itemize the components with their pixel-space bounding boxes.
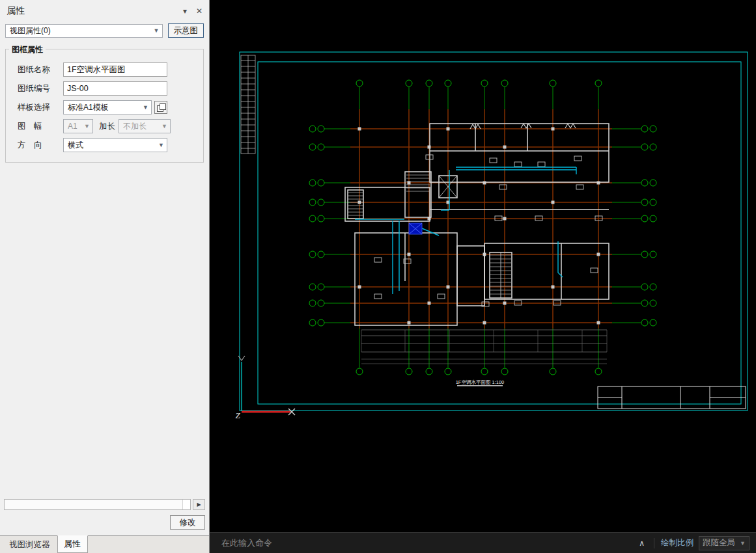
- sheet-size-value: A1: [68, 122, 77, 131]
- view-properties-value: 视图属性(0): [10, 25, 51, 36]
- view-properties-dropdown[interactable]: 视图属性(0) ▼: [5, 24, 163, 38]
- view-selector-row: 视图属性(0) ▼ 示意图: [0, 22, 209, 40]
- plan-title-text: 1F空调水平面图 1:100: [456, 379, 505, 385]
- sheet-name-label: 图纸名称: [11, 64, 63, 75]
- scrollbar-thumb[interactable]: [5, 500, 183, 509]
- template-dropdown[interactable]: 标准A1模板 ▼: [63, 100, 152, 115]
- modify-button[interactable]: 修改: [170, 515, 205, 530]
- orientation-label: 方 向: [11, 140, 63, 151]
- extend-label: 加长: [99, 121, 115, 132]
- horizontal-scrollbar[interactable]: ▶: [4, 499, 205, 510]
- double-door-icon: [521, 124, 531, 128]
- ucs-z-label: Z: [235, 411, 240, 420]
- sheet-size-dropdown[interactable]: A1 ▼: [63, 119, 93, 133]
- template-value: 标准A1模板: [68, 102, 109, 113]
- orientation-row: 方 向 横式 ▼: [11, 138, 198, 152]
- template-row: 样板选择 标准A1模板 ▼: [11, 100, 198, 115]
- title-block: [598, 386, 746, 409]
- panel-tabs: 视图浏览器 属性: [0, 535, 209, 553]
- canopy-dimension-lines: [361, 330, 607, 364]
- draw-scale-dropdown[interactable]: 跟随全局 ▼: [699, 536, 749, 550]
- group-title: 图框属性: [9, 44, 46, 55]
- tab-view-browser[interactable]: 视图浏览器: [2, 536, 57, 553]
- panel-title: 属性: [7, 5, 174, 17]
- scrollbar-track[interactable]: [4, 499, 191, 510]
- chevron-down-icon: ▼: [161, 123, 167, 129]
- chevron-down-icon: ▼: [143, 104, 148, 111]
- schematic-button[interactable]: 示意图: [168, 23, 204, 38]
- chevron-down-icon: ▼: [158, 142, 164, 148]
- command-input[interactable]: [210, 538, 630, 548]
- modify-row: 修改: [0, 513, 209, 535]
- chevron-down-icon: ▼: [740, 540, 746, 546]
- right-column: 1F空调水平面图 1:100 Z: [210, 0, 756, 553]
- drawing-frame: [240, 52, 748, 411]
- double-door-icon: [565, 124, 576, 128]
- panel-spacer: [0, 163, 209, 499]
- tab-properties[interactable]: 属性: [57, 535, 88, 553]
- sheet-number-label: 图纸编号: [11, 83, 63, 94]
- chevron-down-icon: ▼: [154, 27, 160, 34]
- water-pipes: [355, 167, 576, 294]
- draw-scale-label: 绘制比例: [661, 537, 693, 548]
- orientation-dropdown[interactable]: 横式 ▼: [63, 138, 167, 152]
- draw-scale-value: 跟随全局: [703, 537, 735, 548]
- template-label: 样板选择: [11, 102, 63, 113]
- scroll-right-icon[interactable]: ▶: [193, 499, 205, 510]
- sheet-number-row: 图纸编号: [11, 81, 198, 96]
- orientation-value: 横式: [68, 140, 83, 151]
- sheet-size-label: 图 幅: [11, 121, 63, 132]
- properties-panel: 属性 ▾ ✕ 视图属性(0) ▼ 示意图 图框属性 图纸名称 图纸编号 样板选择…: [0, 0, 210, 553]
- pin-icon[interactable]: ▾: [183, 7, 187, 15]
- sheet-number-input[interactable]: [63, 81, 167, 96]
- frame-properties-group: 图框属性 图纸名称 图纸编号 样板选择 标准A1模板 ▼ 图 幅 A1 ▼ 加长: [5, 49, 204, 163]
- panel-header: 属性 ▾ ✕: [0, 0, 209, 22]
- sheet-size-row: 图 幅 A1 ▼ 加长 不加长 ▼: [11, 119, 198, 133]
- template-browse-icon[interactable]: [154, 101, 167, 114]
- close-icon[interactable]: ✕: [196, 7, 203, 15]
- building-walls: [345, 124, 609, 325]
- selected-pipe-fitting[interactable]: [409, 223, 422, 234]
- chevron-down-icon: ▼: [84, 123, 90, 129]
- sheet-name-input[interactable]: [63, 62, 167, 77]
- cad-canvas[interactable]: 1F空调水平面图 1:100 Z: [210, 0, 756, 532]
- structural-columns: [358, 128, 600, 325]
- cad-drawing: 1F空调水平面图 1:100 Z: [210, 0, 756, 532]
- collapse-command-icon[interactable]: ∧: [630, 539, 654, 548]
- revision-strip: [241, 55, 255, 154]
- sheet-name-row: 图纸名称: [11, 62, 198, 77]
- extend-value: 不加长: [123, 121, 147, 132]
- plan-title: 1F空调水平面图 1:100: [456, 379, 505, 387]
- extend-dropdown[interactable]: 不加长 ▼: [119, 119, 171, 133]
- divider: [654, 538, 654, 548]
- command-bar: ∧ 绘制比例 跟随全局 ▼: [210, 532, 756, 553]
